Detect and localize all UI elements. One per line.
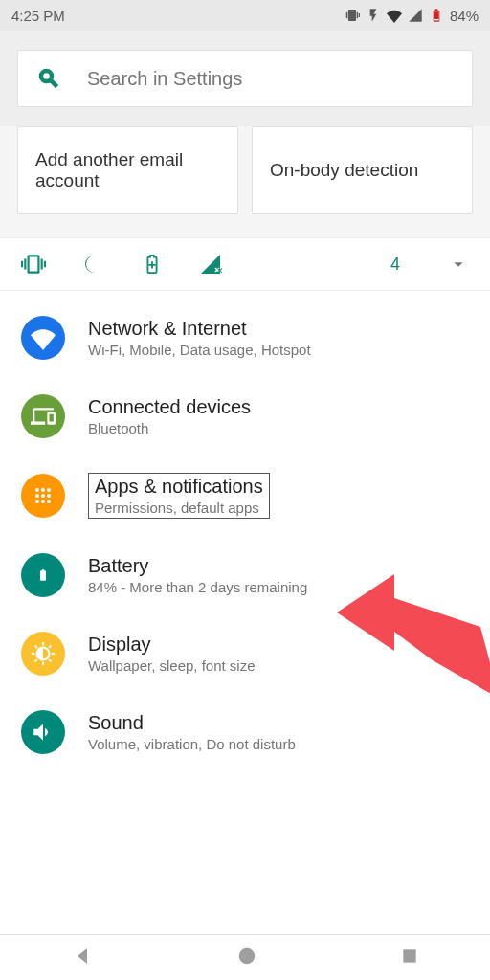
data-off-icon[interactable]: ✕ <box>199 253 222 276</box>
settings-list: Network & Internet Wi-Fi, Mobile, Data u… <box>0 291 490 779</box>
nav-bar <box>0 934 490 980</box>
setting-battery[interactable]: Battery 84% - More than 2 days remaining <box>0 536 490 614</box>
battery-pct: 84% <box>450 8 479 24</box>
brightness-icon <box>21 632 65 676</box>
svg-point-6 <box>41 488 45 492</box>
tile-label: Add another email account <box>35 149 220 191</box>
wifi-icon <box>387 8 402 23</box>
svg-point-9 <box>41 494 45 498</box>
volume-icon <box>21 710 65 754</box>
setting-title: Sound <box>88 712 469 734</box>
tile-add-email[interactable]: Add another email account <box>17 126 238 214</box>
quick-settings-row: ✕ 4 <box>0 237 490 291</box>
svg-line-21 <box>35 659 37 661</box>
setting-title: Display <box>88 634 469 656</box>
setting-connected-devices[interactable]: Connected devices Bluetooth <box>0 377 490 456</box>
bluetooth-icon <box>366 8 381 23</box>
tile-onbody-detection[interactable]: On-body detection <box>252 126 473 214</box>
nav-back-button[interactable] <box>71 945 94 971</box>
setting-subtitle: 84% - More than 2 days remaining <box>88 579 469 595</box>
status-time: 4:25 PM <box>11 8 65 24</box>
setting-title: Connected devices <box>88 396 469 418</box>
svg-line-17 <box>35 646 37 648</box>
svg-point-24 <box>239 947 256 964</box>
svg-point-5 <box>35 488 39 492</box>
battery-icon <box>21 553 65 597</box>
setting-title: Network & Internet <box>88 318 469 340</box>
apps-icon <box>21 474 65 518</box>
wifi-icon <box>21 316 65 360</box>
svg-rect-1 <box>434 12 438 19</box>
svg-point-10 <box>47 494 51 498</box>
dnd-moon-icon[interactable] <box>82 253 105 276</box>
setting-title: Apps & notifications <box>95 476 263 498</box>
suggestion-tiles: Add another email account On-body detect… <box>0 126 490 237</box>
devices-icon <box>21 394 65 438</box>
svg-line-18 <box>49 659 51 661</box>
search-box[interactable] <box>17 50 473 107</box>
status-icons: 84% <box>345 8 479 24</box>
setting-display[interactable]: Display Wallpaper, sleep, font size <box>0 614 490 693</box>
battery-saver-icon[interactable] <box>142 252 163 277</box>
status-bar: 4:25 PM 84% <box>0 0 490 31</box>
setting-apps-notifications[interactable]: Apps & notifications Permissions, defaul… <box>0 456 490 536</box>
qs-count: 4 <box>390 255 400 275</box>
setting-title: Battery <box>88 555 469 577</box>
svg-point-11 <box>35 500 39 503</box>
vibrate-icon[interactable] <box>21 252 46 277</box>
svg-line-22 <box>49 646 51 648</box>
svg-rect-25 <box>403 949 415 962</box>
search-input[interactable] <box>87 68 453 90</box>
battery-icon <box>429 8 444 23</box>
svg-text:✕: ✕ <box>216 266 222 276</box>
nav-recent-button[interactable] <box>400 947 419 969</box>
search-icon <box>37 67 60 90</box>
signal-icon <box>408 8 423 23</box>
svg-point-8 <box>35 494 39 498</box>
setting-subtitle: Wi-Fi, Mobile, Data usage, Hotspot <box>88 342 469 358</box>
tile-label: On-body detection <box>270 160 418 181</box>
svg-point-13 <box>47 500 51 503</box>
setting-network[interactable]: Network & Internet Wi-Fi, Mobile, Data u… <box>0 299 490 377</box>
setting-subtitle: Permissions, default apps <box>95 500 263 516</box>
setting-subtitle: Bluetooth <box>88 420 469 436</box>
setting-subtitle: Wallpaper, sleep, font size <box>88 657 469 674</box>
vibrate-icon <box>345 8 360 23</box>
svg-point-12 <box>41 500 45 503</box>
chevron-down-icon[interactable] <box>448 254 469 275</box>
highlight-box: Apps & notifications Permissions, defaul… <box>88 473 270 519</box>
svg-point-7 <box>47 488 51 492</box>
setting-subtitle: Volume, vibration, Do not disturb <box>88 736 469 752</box>
search-area <box>0 31 490 126</box>
nav-home-button[interactable] <box>236 946 257 970</box>
setting-sound[interactable]: Sound Volume, vibration, Do not disturb <box>0 693 490 771</box>
